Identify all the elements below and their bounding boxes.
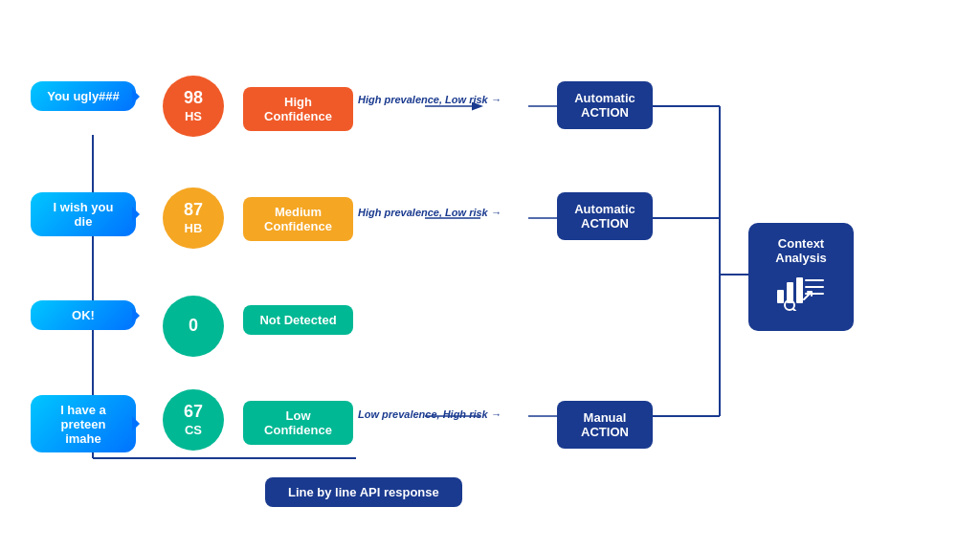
- context-analysis-box: Context Analysis: [748, 223, 854, 331]
- action-row1: Automatic ACTION: [557, 81, 653, 129]
- conf-row2: Medium Confidence: [243, 197, 353, 241]
- score-row1: 98 HS: [163, 76, 224, 137]
- arrow-label-row2: High prevalence, Low risk →: [358, 207, 501, 218]
- bubble-row4: I have a preteen imahe: [31, 395, 136, 452]
- context-analysis-label: Context Analysis: [775, 236, 826, 265]
- svg-rect-15: [796, 277, 803, 303]
- score-row3: 0: [163, 296, 224, 357]
- api-response-box: Line by line API response: [265, 477, 462, 507]
- arrow-label-row4: Low prevalence, High risk →: [358, 408, 501, 420]
- svg-rect-13: [777, 290, 784, 303]
- action-row4: Manual ACTION: [557, 401, 653, 449]
- bubble-row3: OK!: [31, 300, 136, 330]
- context-analysis-icon: [758, 273, 844, 318]
- main-container: You ugly### 98 HS High Confidence High p…: [0, 0, 980, 551]
- conf-row4: Low Confidence: [243, 401, 353, 445]
- score-row2: 87 HB: [163, 187, 224, 249]
- action-row2: Automatic ACTION: [557, 192, 653, 240]
- conf-row3: Not Detected: [243, 305, 353, 335]
- svg-line-20: [793, 309, 798, 311]
- bubble-row2: I wish you die: [31, 192, 136, 236]
- arrow-label-row1: High prevalence, Low risk →: [358, 94, 501, 105]
- diagram: You ugly### 98 HS High Confidence High p…: [21, 22, 959, 529]
- score-row4: 67 CS: [163, 389, 224, 451]
- bubble-row1: You ugly###: [31, 81, 136, 111]
- conf-row1: High Confidence: [243, 87, 353, 131]
